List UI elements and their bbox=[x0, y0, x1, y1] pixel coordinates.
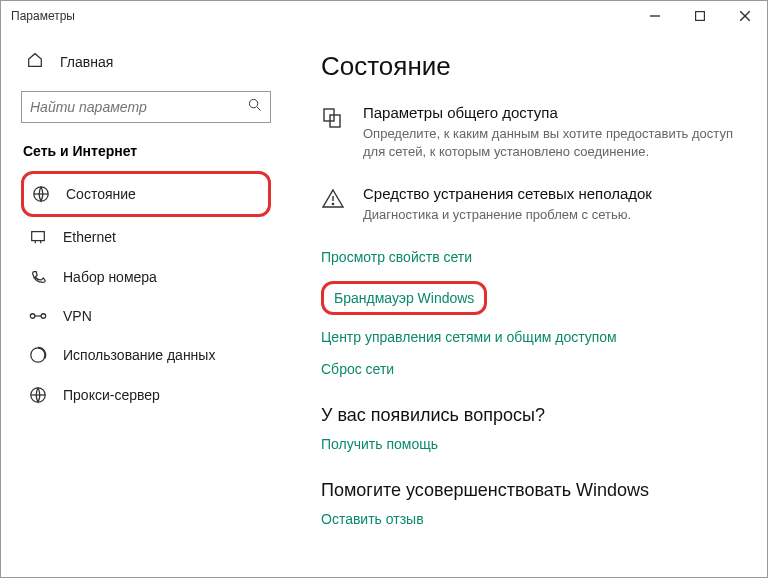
sidebar-item-dialup[interactable]: Набор номера bbox=[21, 257, 271, 297]
search-icon bbox=[248, 98, 262, 116]
sidebar-item-vpn[interactable]: VPN bbox=[21, 297, 271, 335]
troubleshoot-section[interactable]: Средство устранения сетевых неполадок Ди… bbox=[321, 185, 737, 224]
link-network-reset[interactable]: Сброс сети bbox=[321, 361, 737, 377]
home-icon bbox=[26, 51, 44, 73]
ethernet-icon bbox=[29, 228, 47, 246]
sidebar-item-ethernet[interactable]: Ethernet bbox=[21, 217, 271, 257]
feedback-heading: Помогите усовершенствовать Windows bbox=[321, 480, 737, 501]
titlebar: Параметры bbox=[1, 1, 767, 31]
status-icon bbox=[32, 185, 50, 203]
sidebar-category: Сеть и Интернет bbox=[21, 143, 271, 159]
sidebar-item-label: Ethernet bbox=[63, 229, 116, 245]
sidebar-item-status[interactable]: Состояние bbox=[21, 171, 271, 217]
sidebar-home-label: Главная bbox=[60, 54, 113, 70]
sharing-heading: Параметры общего доступа bbox=[363, 104, 737, 121]
sidebar-item-data-usage[interactable]: Использование данных bbox=[21, 335, 271, 375]
search-box[interactable] bbox=[21, 91, 271, 123]
troubleshoot-desc: Диагностика и устранение проблем с сетью… bbox=[363, 206, 737, 224]
svg-rect-8 bbox=[32, 232, 45, 241]
warning-icon bbox=[321, 185, 349, 224]
minimize-button[interactable] bbox=[632, 1, 677, 31]
sidebar-item-label: VPN bbox=[63, 308, 92, 324]
link-firewall[interactable]: Брандмауэр Windows bbox=[321, 281, 487, 315]
svg-point-11 bbox=[30, 314, 34, 319]
link-sharing-center[interactable]: Центр управления сетями и общим доступом bbox=[321, 329, 737, 345]
sidebar-home[interactable]: Главная bbox=[21, 41, 271, 83]
sidebar-item-proxy[interactable]: Прокси-сервер bbox=[21, 375, 271, 415]
proxy-icon bbox=[29, 386, 47, 404]
maximize-button[interactable] bbox=[677, 1, 722, 31]
close-button[interactable] bbox=[722, 1, 767, 31]
sidebar-item-label: Прокси-сервер bbox=[63, 387, 160, 403]
help-heading: У вас появились вопросы? bbox=[321, 405, 737, 426]
svg-point-4 bbox=[249, 99, 257, 107]
svg-point-12 bbox=[41, 314, 46, 319]
svg-point-20 bbox=[332, 204, 333, 205]
window-controls bbox=[632, 1, 767, 31]
sidebar-item-label: Использование данных bbox=[63, 347, 215, 363]
link-network-props[interactable]: Просмотр свойств сети bbox=[321, 249, 737, 265]
link-get-help[interactable]: Получить помощь bbox=[321, 436, 737, 452]
svg-line-5 bbox=[257, 107, 261, 111]
data-usage-icon bbox=[29, 346, 47, 364]
svg-rect-1 bbox=[695, 12, 704, 21]
sharing-desc: Определите, к каким данным вы хотите пре… bbox=[363, 125, 737, 161]
sharing-icon bbox=[321, 104, 349, 161]
search-input[interactable] bbox=[30, 99, 248, 115]
troubleshoot-heading: Средство устранения сетевых неполадок bbox=[363, 185, 737, 202]
sidebar-item-label: Состояние bbox=[66, 186, 136, 202]
sharing-section[interactable]: Параметры общего доступа Определите, к к… bbox=[321, 104, 737, 161]
page-title: Состояние bbox=[321, 51, 737, 82]
main-panel: Состояние Параметры общего доступа Опред… bbox=[291, 31, 767, 577]
vpn-icon bbox=[29, 308, 47, 324]
dialup-icon bbox=[29, 268, 47, 286]
link-feedback[interactable]: Оставить отзыв bbox=[321, 511, 737, 527]
sidebar: Главная Сеть и Интернет Состояние Ethern… bbox=[1, 31, 291, 577]
window-title: Параметры bbox=[11, 9, 632, 23]
sidebar-item-label: Набор номера bbox=[63, 269, 157, 285]
